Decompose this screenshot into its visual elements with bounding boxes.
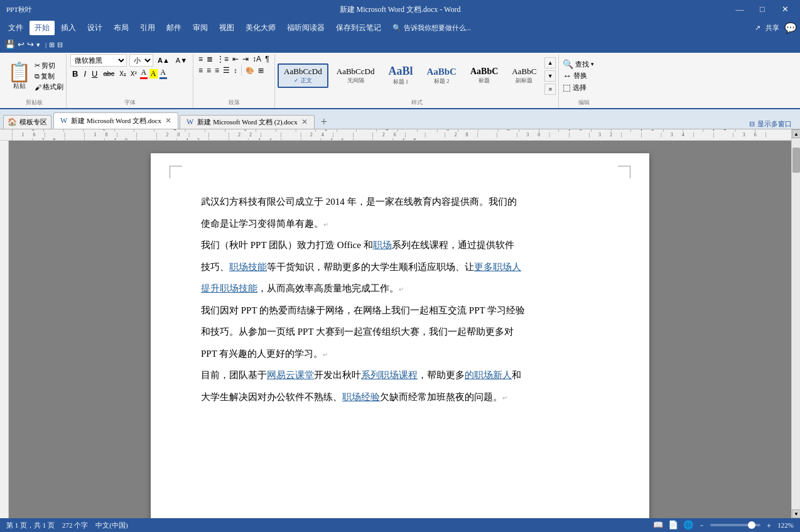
menu-cloud-save[interactable]: 保存到云笔记 xyxy=(331,21,386,35)
qat-extra2[interactable]: ⊟ xyxy=(57,41,63,49)
font-name-select[interactable]: 微软雅黑 xyxy=(70,54,127,67)
qat-extra[interactable]: ⊞ xyxy=(49,41,55,49)
line-spacing-button[interactable]: ↕ xyxy=(232,66,239,75)
menu-mailings[interactable]: 邮件 xyxy=(161,21,186,35)
search-icon: 🔍 xyxy=(392,24,401,32)
editing-group: 🔍查找▾ ↔替换 ⬚选择 编辑 xyxy=(559,54,609,108)
paragraph-label: 段落 xyxy=(197,97,271,107)
shading-button[interactable]: 🎨 xyxy=(244,66,256,75)
numbering-button[interactable]: ≣ xyxy=(205,54,214,64)
justify-button[interactable]: ☰ xyxy=(222,65,231,75)
qat-redo[interactable]: ↪ xyxy=(27,40,34,50)
web-layout-button[interactable]: 🌐 xyxy=(683,520,693,530)
tab2-close[interactable]: ✕ xyxy=(301,117,308,127)
zoom-minus[interactable]: － xyxy=(698,521,705,530)
text-shading-button[interactable]: A xyxy=(159,68,167,79)
styles-up[interactable]: ▲ xyxy=(544,57,556,68)
close-button[interactable]: ✕ xyxy=(776,3,794,16)
superscript-button[interactable]: X² xyxy=(129,70,138,78)
maximize-button[interactable]: □ xyxy=(754,3,771,16)
highlight-color-button[interactable]: A xyxy=(149,69,158,79)
tab2-label: 新建 Microsoft Word 文档 (2).docx xyxy=(197,117,297,127)
subscript-button[interactable]: X₂ xyxy=(118,70,127,78)
share-icon: ↗ xyxy=(755,24,760,32)
style-no-spacing[interactable]: AaBbCcDd 无间隔 xyxy=(331,64,381,87)
styles-down[interactable]: ▼ xyxy=(544,70,556,82)
vertical-scrollbar[interactable]: ▲ ▼ xyxy=(791,129,800,518)
cut-button[interactable]: ✂剪切 xyxy=(35,61,63,70)
menu-review[interactable]: 审阅 xyxy=(188,21,213,35)
comment-icon[interactable]: 💬 xyxy=(784,22,797,34)
minimize-button[interactable]: — xyxy=(731,3,749,16)
menu-references[interactable]: 引用 xyxy=(135,21,160,35)
paragraph-10: 大学生解决因对办公软件不熟练、职场经验欠缺而经常加班熬夜的问题。↵ xyxy=(201,386,599,408)
strikethrough-button[interactable]: abc xyxy=(101,69,116,78)
multilevel-list-button[interactable]: ⋮≡ xyxy=(215,54,230,64)
find-button[interactable]: 🔍查找▾ xyxy=(563,59,605,70)
document-title: 新建 Microsoft Word 文档.docx - Word xyxy=(340,4,461,15)
title-bar: PPT秋叶 新建 Microsoft Word 文档.docx - Word —… xyxy=(0,0,800,19)
print-layout-button[interactable]: 📄 xyxy=(668,520,678,530)
share-label[interactable]: 共享 xyxy=(765,23,779,33)
tab-doc2[interactable]: W 新建 Microsoft Word 文档 (2).docx ✕ xyxy=(180,115,315,129)
decrease-font-button[interactable]: A▼ xyxy=(174,56,189,65)
tab1-close[interactable]: ✕ xyxy=(165,116,171,126)
bold-button[interactable]: B xyxy=(70,68,80,79)
menu-home[interactable]: 开始 xyxy=(30,21,55,35)
scroll-up-button[interactable]: ▲ xyxy=(792,129,800,138)
corner-tl xyxy=(170,166,182,178)
underline-button[interactable]: U xyxy=(90,68,99,79)
template-icon: 🏠 xyxy=(8,117,17,127)
scroll-thumb[interactable] xyxy=(792,148,800,173)
document-scroll[interactable]: 武汉幻方科技有限公司成立于 2014 年，是一家在线教育内容提供商。我们的 使命… xyxy=(9,141,791,518)
copy-button[interactable]: ⧉复制 xyxy=(35,72,63,81)
new-tab-button[interactable]: + xyxy=(316,115,332,129)
align-left-button[interactable]: ≡ xyxy=(197,65,204,75)
menu-view[interactable]: 视图 xyxy=(214,21,239,35)
increase-indent-button[interactable]: ⇥ xyxy=(241,54,250,64)
tell-me-bar[interactable]: 🔍 告诉我你想要做什么... xyxy=(392,23,471,33)
left-ruler: 1 2 3 4 5 6 7 8 9 10 11 12 13 14 15 16 1… xyxy=(0,129,9,518)
menu-design[interactable]: 设计 xyxy=(82,21,107,35)
show-marks-button[interactable]: ¶ xyxy=(264,54,270,64)
decrease-indent-button[interactable]: ⇤ xyxy=(231,54,240,64)
menu-insert[interactable]: 插入 xyxy=(56,21,81,35)
style-heading2[interactable]: AaBbC 标题 2 xyxy=(421,63,462,88)
menu-file[interactable]: 文件 xyxy=(3,21,28,35)
qat-undo[interactable]: ↩ xyxy=(18,40,24,50)
style-heading1[interactable]: AaBl 标题 1 xyxy=(382,63,418,89)
format-painter-button[interactable]: 🖌格式刷 xyxy=(35,82,63,92)
tab-doc1[interactable]: W 新建 Microsoft Word 文档.docx ✕ xyxy=(53,112,178,129)
border-button[interactable]: ⊞ xyxy=(257,66,265,75)
align-center-button[interactable]: ≡ xyxy=(205,65,212,75)
style-normal[interactable]: AaBbCcDd ✓ 正文 xyxy=(278,63,328,88)
italic-button[interactable]: I xyxy=(82,68,88,79)
scroll-down-button[interactable]: ▼ xyxy=(792,509,800,518)
sort-button[interactable]: ↕A xyxy=(251,54,262,64)
menu-beautify[interactable]: 美化大师 xyxy=(241,21,281,35)
zoom-slider[interactable] xyxy=(710,524,760,526)
display-windows-button[interactable]: ⊟ 显示多窗口 xyxy=(744,119,797,129)
paste-button[interactable]: 📋 粘贴 xyxy=(5,62,33,92)
font-color-button[interactable]: A xyxy=(140,68,148,79)
bullets-button[interactable]: ≡ xyxy=(197,54,204,64)
window-controls: — □ ✕ xyxy=(731,3,794,16)
menu-reader[interactable]: 福听阅读器 xyxy=(282,21,330,35)
paragraph-7: 和技巧。从参加一页纸 PPT 大赛到一起宣传组织大赛，我们一起帮助更多对 xyxy=(201,321,599,343)
quick-access-toolbar: 💾 ↩ ↪ ▾ | ⊞ ⊟ xyxy=(0,36,800,53)
increase-font-button[interactable]: A▲ xyxy=(156,56,171,65)
align-right-button[interactable]: ≡ xyxy=(214,65,220,75)
style-subtitle[interactable]: AaBbC 副标题 xyxy=(506,64,542,87)
menu-layout[interactable]: 布局 xyxy=(109,21,134,35)
styles-more[interactable]: ≡ xyxy=(544,84,556,95)
replace-button[interactable]: ↔替换 xyxy=(563,71,605,81)
font-size-select[interactable]: 小四 四 三 小三 xyxy=(129,54,153,67)
templates-area[interactable]: 🏠 模板专区 xyxy=(3,115,51,129)
style-heading[interactable]: AaBbC 标题 xyxy=(465,64,504,88)
tab-bar: 🏠 模板专区 W 新建 Microsoft Word 文档.docx ✕ W 新… xyxy=(0,109,800,129)
qat-save[interactable]: 💾 xyxy=(5,40,15,50)
read-mode-button[interactable]: 📖 xyxy=(653,520,663,530)
qat-customize[interactable]: ▾ xyxy=(36,41,40,49)
select-button[interactable]: ⬚选择 xyxy=(563,82,605,93)
zoom-plus[interactable]: ＋ xyxy=(765,521,772,530)
